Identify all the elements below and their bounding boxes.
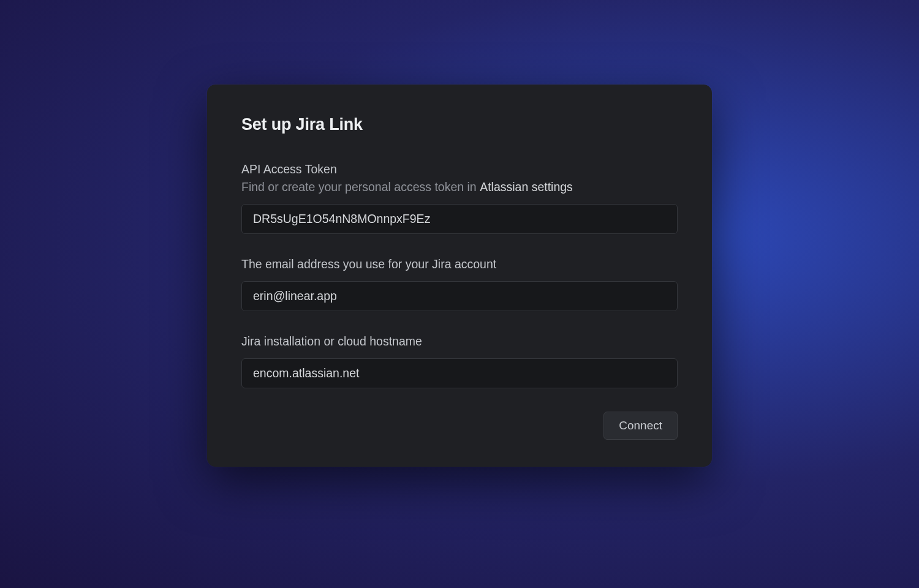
atlassian-settings-link[interactable]: Atlassian settings [480,180,573,194]
api-token-label: API Access Token [241,162,678,176]
api-token-input[interactable] [241,204,678,234]
modal-title: Set up Jira Link [241,115,678,134]
email-input[interactable] [241,281,678,311]
hostname-field-group: Jira installation or cloud hostname [241,334,678,388]
button-row: Connect [241,412,678,440]
hostname-input[interactable] [241,358,678,388]
hostname-label: Jira installation or cloud hostname [241,334,678,349]
email-field-group: The email address you use for your Jira … [241,257,678,311]
connect-button[interactable]: Connect [603,412,678,440]
email-label: The email address you use for your Jira … [241,257,678,271]
api-token-field-group: API Access Token Find or create your per… [241,162,678,234]
jira-setup-modal: Set up Jira Link API Access Token Find o… [207,85,712,467]
api-token-hint-text: Find or create your personal access toke… [241,180,480,194]
api-token-hint: Find or create your personal access toke… [241,180,678,194]
